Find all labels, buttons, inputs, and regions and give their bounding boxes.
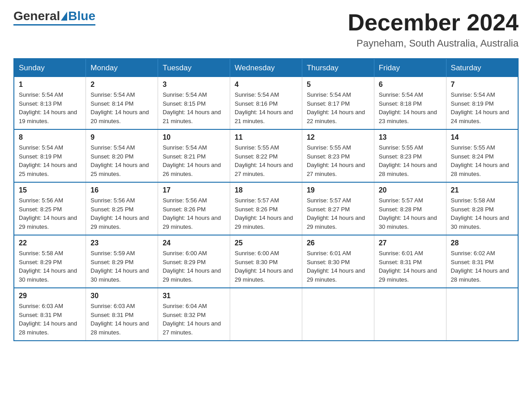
day-number: 12 (307, 133, 369, 141)
day-info: Sunrise: 6:03 AM Sunset: 8:31 PM Dayligh… (19, 302, 81, 337)
day-info: Sunrise: 5:59 AM Sunset: 8:29 PM Dayligh… (90, 249, 153, 284)
table-row: 10 Sunrise: 5:54 AM Sunset: 8:21 PM Dayl… (158, 129, 230, 182)
table-row: 26 Sunrise: 6:01 AM Sunset: 8:30 PM Dayl… (302, 235, 374, 288)
daylight-label: Daylight: 14 hours and 29 minutes. (235, 214, 293, 230)
daylight-label: Daylight: 14 hours and 30 minutes. (379, 214, 437, 230)
day-number: 26 (307, 239, 369, 247)
day-number: 28 (451, 239, 513, 247)
day-number: 15 (19, 186, 81, 194)
day-info: Sunrise: 5:58 AM Sunset: 8:29 PM Dayligh… (19, 249, 81, 284)
col-monday: Monday (86, 59, 158, 77)
daylight-label: Daylight: 14 hours and 29 minutes. (379, 267, 437, 283)
day-info: Sunrise: 5:54 AM Sunset: 8:20 PM Dayligh… (90, 143, 153, 178)
day-number: 18 (235, 186, 297, 194)
daylight-label: Daylight: 14 hours and 21 minutes. (163, 109, 221, 124)
table-row: 1 Sunrise: 5:54 AM Sunset: 8:13 PM Dayli… (14, 77, 86, 129)
day-info: Sunrise: 6:01 AM Sunset: 8:30 PM Dayligh… (307, 249, 369, 284)
sunrise-label: Sunrise: 5:54 AM (379, 91, 423, 98)
daylight-label: Daylight: 14 hours and 21 minutes. (235, 109, 293, 124)
daylight-label: Daylight: 14 hours and 30 minutes. (90, 267, 149, 283)
calendar-header-row: Sunday Monday Tuesday Wednesday Thursday… (14, 59, 518, 77)
logo-general-text: General (13, 9, 60, 23)
sunset-label: Sunset: 8:23 PM (379, 153, 422, 160)
daylight-label: Daylight: 14 hours and 27 minutes. (235, 162, 293, 177)
daylight-label: Daylight: 14 hours and 22 minutes. (307, 109, 365, 124)
day-info: Sunrise: 6:01 AM Sunset: 8:31 PM Dayligh… (379, 249, 442, 284)
sunrise-label: Sunrise: 5:56 AM (90, 197, 135, 204)
sunrise-label: Sunrise: 5:56 AM (19, 197, 63, 204)
sunset-label: Sunset: 8:13 PM (19, 100, 62, 107)
day-info: Sunrise: 5:54 AM Sunset: 8:15 PM Dayligh… (163, 90, 225, 125)
sunset-label: Sunset: 8:29 PM (163, 259, 206, 265)
table-row: 11 Sunrise: 5:55 AM Sunset: 8:22 PM Dayl… (230, 129, 302, 182)
sunrise-label: Sunrise: 5:54 AM (451, 91, 495, 98)
month-title: December 2024 (348, 9, 519, 36)
daylight-label: Daylight: 14 hours and 27 minutes. (307, 162, 365, 177)
day-info: Sunrise: 6:03 AM Sunset: 8:31 PM Dayligh… (90, 302, 153, 337)
sunset-label: Sunset: 8:21 PM (163, 153, 206, 160)
day-number: 16 (90, 186, 153, 194)
calendar-week-row: 15 Sunrise: 5:56 AM Sunset: 8:25 PM Dayl… (14, 182, 518, 235)
day-info: Sunrise: 5:57 AM Sunset: 8:28 PM Dayligh… (379, 196, 442, 231)
day-info: Sunrise: 5:58 AM Sunset: 8:28 PM Dayligh… (451, 196, 513, 231)
sunrise-label: Sunrise: 6:01 AM (379, 250, 423, 257)
daylight-label: Daylight: 14 hours and 29 minutes. (19, 214, 77, 230)
daylight-label: Daylight: 14 hours and 19 minutes. (19, 109, 77, 124)
daylight-label: Daylight: 14 hours and 24 minutes. (451, 109, 509, 124)
daylight-label: Daylight: 14 hours and 25 minutes. (19, 162, 77, 177)
table-row (446, 288, 518, 341)
sunrise-label: Sunrise: 5:58 AM (451, 197, 495, 204)
sunset-label: Sunset: 8:20 PM (90, 153, 133, 160)
day-info: Sunrise: 6:02 AM Sunset: 8:31 PM Dayligh… (451, 249, 513, 284)
sunset-label: Sunset: 8:14 PM (90, 100, 133, 107)
sunset-label: Sunset: 8:29 PM (90, 259, 133, 265)
sunset-label: Sunset: 8:32 PM (163, 312, 206, 318)
daylight-label: Daylight: 14 hours and 29 minutes. (90, 214, 149, 230)
day-info: Sunrise: 5:54 AM Sunset: 8:19 PM Dayligh… (19, 143, 81, 178)
day-info: Sunrise: 5:56 AM Sunset: 8:25 PM Dayligh… (19, 196, 81, 231)
sunset-label: Sunset: 8:19 PM (451, 100, 494, 107)
sunset-label: Sunset: 8:30 PM (235, 259, 278, 265)
table-row: 24 Sunrise: 6:00 AM Sunset: 8:29 PM Dayl… (158, 235, 230, 288)
sunset-label: Sunset: 8:31 PM (451, 259, 494, 265)
sunset-label: Sunset: 8:25 PM (19, 206, 62, 213)
table-row: 19 Sunrise: 5:57 AM Sunset: 8:27 PM Dayl… (302, 182, 374, 235)
day-info: Sunrise: 5:55 AM Sunset: 8:22 PM Dayligh… (235, 143, 297, 178)
calendar-week-row: 22 Sunrise: 5:58 AM Sunset: 8:29 PM Dayl… (14, 235, 518, 288)
table-row: 14 Sunrise: 5:55 AM Sunset: 8:24 PM Dayl… (446, 129, 518, 182)
table-row: 30 Sunrise: 6:03 AM Sunset: 8:31 PM Dayl… (86, 288, 158, 341)
sunrise-label: Sunrise: 5:54 AM (235, 91, 279, 98)
table-row: 4 Sunrise: 5:54 AM Sunset: 8:16 PM Dayli… (230, 77, 302, 129)
location-title: Payneham, South Australia, Australia (348, 38, 519, 49)
day-info: Sunrise: 5:54 AM Sunset: 8:13 PM Dayligh… (19, 90, 81, 125)
day-info: Sunrise: 5:54 AM Sunset: 8:19 PM Dayligh… (451, 90, 513, 125)
day-number: 27 (379, 239, 442, 247)
day-number: 6 (379, 81, 442, 89)
col-thursday: Thursday (302, 59, 374, 77)
day-info: Sunrise: 5:55 AM Sunset: 8:24 PM Dayligh… (451, 143, 513, 178)
day-number: 19 (307, 186, 369, 194)
sunset-label: Sunset: 8:26 PM (163, 206, 206, 213)
col-tuesday: Tuesday (158, 59, 230, 77)
sunset-label: Sunset: 8:31 PM (19, 312, 62, 318)
sunrise-label: Sunrise: 5:54 AM (19, 144, 63, 151)
day-number: 21 (451, 186, 513, 194)
sunrise-label: Sunrise: 5:57 AM (307, 197, 351, 204)
daylight-label: Daylight: 14 hours and 25 minutes. (90, 162, 149, 177)
sunrise-label: Sunrise: 6:02 AM (451, 250, 495, 257)
daylight-label: Daylight: 14 hours and 29 minutes. (307, 214, 365, 230)
day-number: 30 (90, 292, 153, 300)
logo-underline (13, 24, 95, 26)
daylight-label: Daylight: 14 hours and 29 minutes. (235, 267, 293, 283)
day-number: 20 (379, 186, 442, 194)
sunrise-label: Sunrise: 5:54 AM (307, 91, 351, 98)
daylight-label: Daylight: 14 hours and 28 minutes. (90, 320, 149, 336)
day-info: Sunrise: 6:00 AM Sunset: 8:30 PM Dayligh… (235, 249, 297, 284)
table-row: 13 Sunrise: 5:55 AM Sunset: 8:23 PM Dayl… (374, 129, 446, 182)
col-saturday: Saturday (446, 59, 518, 77)
day-number: 5 (307, 81, 369, 89)
sunrise-label: Sunrise: 5:54 AM (163, 91, 207, 98)
table-row: 8 Sunrise: 5:54 AM Sunset: 8:19 PM Dayli… (14, 129, 86, 182)
calendar-week-row: 29 Sunrise: 6:03 AM Sunset: 8:31 PM Dayl… (14, 288, 518, 341)
table-row: 28 Sunrise: 6:02 AM Sunset: 8:31 PM Dayl… (446, 235, 518, 288)
